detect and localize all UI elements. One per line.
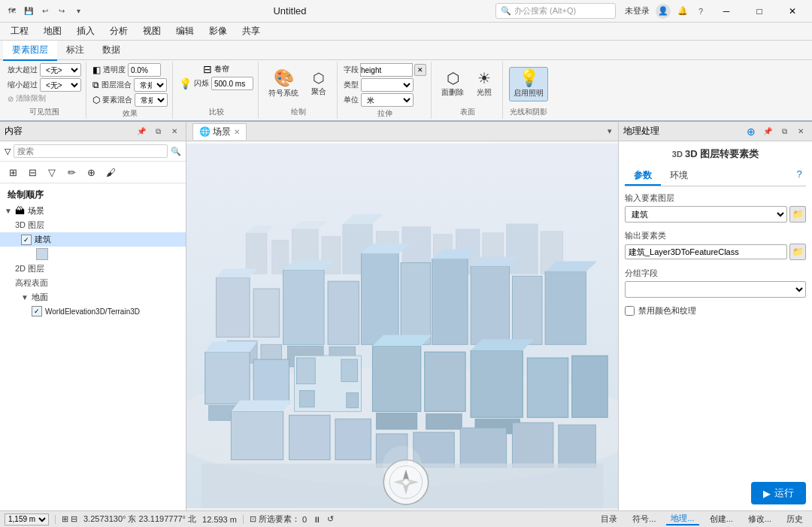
scene-tab-close[interactable]: ✕ (234, 128, 240, 136)
transparency-input[interactable] (128, 63, 161, 77)
contents-float-btn[interactable]: ⧉ (151, 125, 165, 138)
enable-lighting-button[interactable]: 💡 启用照明 (509, 67, 548, 101)
type-select[interactable] (361, 78, 414, 92)
contents-close-btn[interactable]: ✕ (168, 125, 181, 138)
input-layer-folder-btn[interactable]: 📁 (789, 206, 806, 223)
effects-controls: ◧ 透明度 ⧉ 图层混合 常规 ⬡ 要素混合 常规 (92, 63, 168, 107)
map-panel: 🌐 场景 ✕ ▾ (186, 122, 618, 510)
menu-map[interactable]: 地图 (36, 23, 69, 39)
lighting-button[interactable]: ☀ 光照 (471, 68, 498, 100)
feature-blend-select[interactable]: 常规 (135, 93, 168, 107)
maximize-button[interactable]: □ (746, 0, 773, 23)
help-icon[interactable]: ? (695, 5, 707, 17)
geo-close-btn[interactable]: ✕ (794, 125, 807, 138)
table-view-btn[interactable]: ⊟ (24, 164, 41, 180)
search-btn-icon[interactable]: 🔍 (171, 147, 181, 156)
building-checkbox[interactable]: ✓ (21, 235, 32, 245)
scale-item: 1,159 m (5, 513, 49, 525)
aggregate-button[interactable]: ⬡ 聚合 (305, 69, 332, 99)
catalog-tab[interactable]: 目录 (596, 513, 622, 525)
filter-btn[interactable]: ▽ (44, 164, 60, 180)
notification-icon[interactable]: 🔔 (677, 5, 689, 17)
menu-analysis[interactable]: 分析 (102, 23, 135, 39)
unit-select[interactable]: 米 (361, 93, 414, 107)
map-view[interactable] (186, 141, 618, 510)
zoom-in-select[interactable]: <无> (40, 63, 81, 77)
tree-item-world-elevation[interactable]: ✓ WorldElevation3D/Terrain3D (0, 304, 186, 318)
ribbon-tab-feature-layer[interactable]: 要素图层 (3, 41, 57, 61)
minimize-button[interactable]: ─ (713, 0, 740, 23)
layer-blend-select[interactable]: 常规 (134, 78, 167, 92)
refresh-icon[interactable]: ↺ (327, 514, 334, 524)
geo-help-btn[interactable]: ? (792, 167, 806, 180)
tree-item-building[interactable]: ✓ 建筑 (0, 232, 186, 247)
geo-pin-btn[interactable]: 📌 (761, 125, 774, 138)
tree-item-3d-layers: 3D 图层 (0, 218, 186, 232)
run-button[interactable]: ▶ 运行 (751, 482, 806, 504)
geo-tab-bottom[interactable]: 地理... (666, 513, 698, 525)
geo-run-row: ▶ 运行 (619, 476, 812, 510)
undo-btn[interactable]: ↩ (39, 5, 51, 17)
field-clear-btn[interactable]: ✕ (414, 64, 426, 76)
scale-select[interactable]: 1,159 m (5, 513, 49, 525)
edit-btn[interactable]: ✏ (63, 164, 80, 180)
save-icon[interactable]: 💾 (23, 5, 35, 17)
history-tab[interactable]: 历史 (782, 513, 807, 525)
redo-btn[interactable]: ↪ (56, 5, 68, 17)
geo-float-btn[interactable]: ⧉ (777, 125, 791, 138)
output-feature-class-field: 输出要素类 📁 (625, 230, 806, 260)
flash-input[interactable] (211, 77, 253, 90)
ribbon-tab-data[interactable]: 数据 (93, 41, 129, 61)
geo-tab-env[interactable]: 环境 (661, 167, 697, 186)
transparency-row: ◧ 透明度 (92, 63, 161, 77)
symbol-btn[interactable]: 🖌 (102, 164, 119, 180)
clear-limit-label[interactable]: 清除限制 (16, 93, 46, 104)
tree-item-ground[interactable]: ▼ 地面 (0, 290, 186, 304)
tree-item-scene[interactable]: ▼ 🏔 场景 (0, 204, 186, 218)
menu-project[interactable]: 工程 (3, 23, 36, 39)
close-button[interactable]: ✕ (779, 0, 806, 23)
create-tab[interactable]: 创建... (705, 513, 738, 525)
field-input[interactable] (360, 63, 413, 77)
status-bar: 1,159 m ⊞ ⊟ 3.2573130° 东 23.1197777° 北 1… (0, 510, 812, 527)
group-field-select[interactable] (625, 281, 806, 298)
geo-tab-params[interactable]: 参数 (625, 167, 661, 186)
scene-icon: 🏔 (15, 205, 25, 217)
compass-indicator[interactable] (383, 446, 422, 485)
input-layer-select[interactable]: 建筑 (625, 206, 787, 223)
output-class-input[interactable] (625, 244, 787, 259)
menu-share[interactable]: 共享 (235, 23, 268, 39)
layers-view-btn[interactable]: ⊞ (5, 164, 21, 180)
output-class-folder-btn[interactable]: 📁 (789, 244, 806, 260)
user-avatar[interactable]: 👤 (656, 4, 671, 19)
menu-image[interactable]: 影像 (201, 23, 235, 39)
face-delete-button[interactable]: ⬡ 面删除 (438, 68, 468, 100)
symbol-tab[interactable]: 符号... (628, 513, 660, 525)
menu-insert[interactable]: 插入 (69, 23, 102, 39)
contents-search-input[interactable] (14, 144, 168, 158)
pause-icon[interactable]: ⏸ (313, 515, 321, 524)
contents-pin-btn[interactable]: 📌 (135, 125, 148, 138)
svg-rect-56 (231, 411, 283, 459)
geo-add-btn[interactable]: ⊕ (744, 125, 758, 138)
ribbon-tab-label[interactable]: 标注 (57, 41, 93, 61)
scene-tab[interactable]: 🌐 场景 ✕ (192, 123, 247, 140)
symbol-system-button[interactable]: 🎨 符号系统 (265, 68, 302, 101)
add-btn[interactable]: ⊕ (83, 164, 99, 180)
pause-btn[interactable]: ⏸ (313, 515, 321, 524)
selected-label: 所选要素： (259, 513, 300, 525)
map-dropdown[interactable]: ▾ (607, 126, 612, 136)
modify-tab[interactable]: 修改... (744, 513, 776, 525)
more-icon[interactable]: ▾ (72, 5, 84, 17)
titlebar-search[interactable]: 🔍 办公搜索 (Alt+Q) (495, 3, 616, 19)
building-color-swatch (36, 248, 48, 260)
menu-edit[interactable]: 编辑 (168, 23, 201, 39)
menu-view[interactable]: 视图 (135, 23, 168, 39)
zoom-out-select[interactable]: <无> (40, 78, 81, 92)
svg-rect-19 (253, 289, 280, 337)
input-layer-row: 建筑 📁 (625, 206, 806, 223)
swipe-label[interactable]: 卷帘 (214, 64, 229, 74)
refresh-btn[interactable]: ↺ (327, 514, 334, 524)
world-elevation-checkbox[interactable]: ✓ (32, 306, 42, 317)
disable-color-texture-checkbox[interactable] (625, 306, 635, 316)
